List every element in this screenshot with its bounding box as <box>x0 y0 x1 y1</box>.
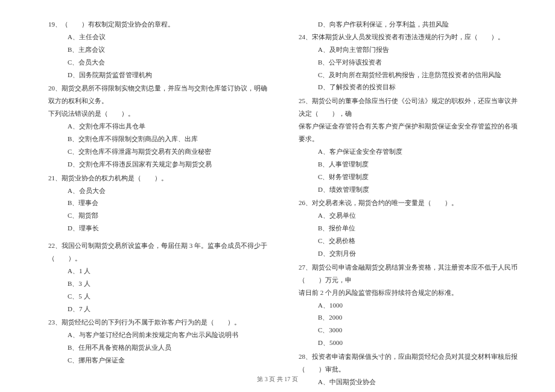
question-21: 21、期货业协会的权力机构是（ ）。 A、会员大会 B、理事会 C、期货部 D、… <box>48 172 268 235</box>
option-c: C、期货部 <box>48 209 268 222</box>
option-d: D、理事长 <box>48 222 268 235</box>
option-d: D、交割月份 <box>299 247 519 260</box>
question-stem: 28、投资者申请套期保值头寸的，应由期货经纪会员对其提交材料审核后报（ ）审批。 <box>299 350 519 376</box>
question-stem: 24、宋体期货从业人员发现投资者有违法违规的行为时，应（ ）。 <box>299 31 519 43</box>
option-b: B、2000 <box>299 311 519 324</box>
right-column: D、向客户作获利保证，分享利益，共担风险 24、宋体期货从业人员发现投资者有违法… <box>299 18 519 368</box>
page-footer: 第 3 页 共 17 页 <box>0 373 555 385</box>
question-27: 27、期货公司申请金融期货交易结算业务资格，其注册资本应不低于人民币（ ）万元，… <box>299 261 519 349</box>
option-c: C、交易价格 <box>299 235 519 247</box>
option-a: A、主任会议 <box>48 31 268 43</box>
option-a: A、客户保证金安全存管制度 <box>299 145 519 158</box>
option-a: A、会员大会 <box>48 185 268 197</box>
option-c: C、3000 <box>299 324 519 337</box>
question-24: 24、宋体期货从业人员发现投资者有违法违规的行为时，应（ ）。 A、及时向主管部… <box>299 31 519 93</box>
option-c: C、5 人 <box>48 290 268 303</box>
option-a: A、与客户签订经纪合同前未按规定向客户出示风险说明书 <box>48 329 268 341</box>
question-22: 22、我国公司制期货交易所设监事会，每届任期 3 年。监事会成员不得少于（ ）。… <box>48 239 268 315</box>
question-stem: 19、（ ）有权制定期货业协会的章程。 <box>48 18 268 31</box>
option-b: B、交割仓库不得限制交割商品的入库、出库 <box>48 133 268 145</box>
question-continuation: 请日前 2 个月的风险监管指标应持续符合规定的标准。 <box>299 286 519 299</box>
option-d: D、5000 <box>299 337 519 349</box>
question-stem: 21、期货业协会的权力机构是（ ）。 <box>48 172 268 185</box>
question-stem: 26、对交易者来说，期货合约的唯一变量是（ ）。 <box>299 197 519 209</box>
option-b: B、理事会 <box>48 197 268 209</box>
option-d: D、了解投资者的投资目标 <box>299 81 519 93</box>
question-stem: 23、期货经纪公司的下列行为不属于欺诈客户行为的是（ ）。 <box>48 316 268 329</box>
option-b: B、报价单位 <box>299 222 519 235</box>
option-d: D、绩效管理制度 <box>299 183 519 196</box>
question-23: 23、期货经纪公司的下列行为不属于欺诈客户行为的是（ ）。 A、与客户签订经纪合… <box>48 316 268 367</box>
option-b: B、任用不具备资格的期货从业人员 <box>48 341 268 354</box>
option-a: A、及时向主管部门报告 <box>299 43 519 56</box>
option-d: D、国务院期货监督管理机构 <box>48 69 268 81</box>
option-c: C、会员大会 <box>48 56 268 69</box>
question-continuation: 下列说法错误的是（ ）。 <box>48 107 268 120</box>
question-stem: 27、期货公司申请金融期货交易结算业务资格，其注册资本应不低于人民币（ ）万元，… <box>299 261 519 286</box>
option-a: A、1 人 <box>48 265 268 277</box>
question-20: 20、期货交易所不得限制实物交割总量，并应当与交割仓库签订协议，明确双方的权利和… <box>48 82 268 170</box>
left-column: 19、（ ）有权制定期货业协会的章程。 A、主任会议 B、主席会议 C、会员大会… <box>48 18 268 368</box>
option-d: D、交割仓库不得违反国家有关规定参与期货交易 <box>48 158 268 171</box>
question-19: 19、（ ）有权制定期货业协会的章程。 A、主任会议 B、主席会议 C、会员大会… <box>48 18 268 81</box>
two-column-layout: 19、（ ）有权制定期货业协会的章程。 A、主任会议 B、主席会议 C、会员大会… <box>48 18 519 368</box>
option-b: B、人事管理制度 <box>299 158 519 171</box>
question-25: 25、期货公司的董事会除应当行使《公司法》规定的职权外，还应当审议并决定（ ），… <box>299 95 519 195</box>
question-stem: 22、我国公司制期货交易所设监事会，每届任期 3 年。监事会成员不得少于（ ）。 <box>48 239 268 265</box>
option-a: A、交易单位 <box>299 209 519 222</box>
option-d: D、向客户作获利保证，分享利益，共担风险 <box>299 18 519 31</box>
question-26: 26、对交易者来说，期货合约的唯一变量是（ ）。 A、交易单位 B、报价单位 C… <box>299 197 519 259</box>
option-c: C、交割仓库不得泄露与期货交易有关的商业秘密 <box>48 145 268 158</box>
question-continuation: 保客户保证金存管符合有关客户资产保护和期货保证金安全存管监控的各项要求。 <box>299 120 519 145</box>
option-c: C、及时向所在期货经营机构报告，注意防范投资者的信用风险 <box>299 69 519 81</box>
question-stem: 20、期货交易所不得限制实物交割总量，并应当与交割仓库签订协议，明确双方的权利和… <box>48 82 268 107</box>
option-b: B、公平对待该投资者 <box>299 56 519 69</box>
option-c: C、挪用客户保证金 <box>48 354 268 367</box>
option-a: A、交割仓库不得出具仓单 <box>48 120 268 133</box>
option-b: B、主席会议 <box>48 43 268 56</box>
question-stem: 25、期货公司的董事会除应当行使《公司法》规定的职权外，还应当审议并决定（ ），… <box>299 95 519 120</box>
option-a: A、1000 <box>299 299 519 312</box>
option-b: B、3 人 <box>48 277 268 290</box>
option-d: D、7 人 <box>48 303 268 315</box>
option-c: C、财务管理制度 <box>299 171 519 183</box>
